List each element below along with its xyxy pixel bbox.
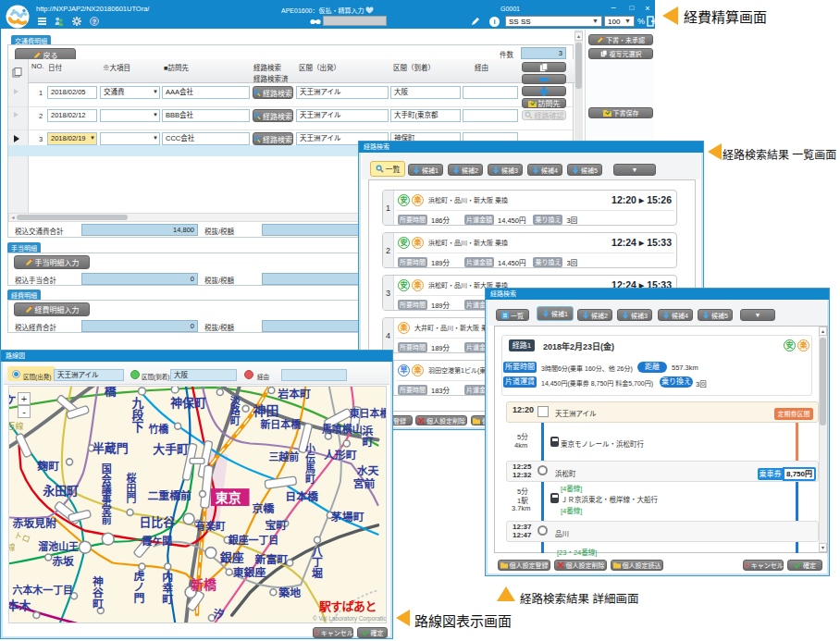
svg-text:霞ケ関: 霞ケ関 — [142, 536, 172, 547]
svg-text:新日本橋: 新日本橋 — [260, 418, 301, 430]
svg-text:二重橋前: 二重橋前 — [147, 489, 191, 502]
svg-text:© Val Laboratory Corporation: © Val Laboratory Corporation — [313, 615, 387, 623]
svg-text:岩本町: 岩本町 — [277, 388, 311, 401]
svg-text:浜町: 浜町 — [363, 425, 374, 449]
svg-text:宮前: 宮前 — [353, 477, 376, 490]
svg-text:麹町: 麹町 — [36, 460, 59, 473]
svg-text:馬喰横山: 馬喰横山 — [322, 423, 363, 435]
svg-text:銀座一丁目: 銀座一丁目 — [229, 534, 279, 546]
svg-text:橋: 橋 — [105, 386, 117, 398]
svg-text:築地: 築地 — [278, 586, 301, 599]
svg-text:国会議事堂前: 国会議事堂前 — [102, 463, 112, 525]
svg-text:茅場町: 茅場町 — [330, 511, 364, 524]
svg-text:百線: 百線 — [8, 421, 24, 431]
svg-text:有楽町: 有楽町 — [195, 520, 226, 532]
svg-text:大手町: 大手町 — [153, 442, 189, 456]
svg-text:竹橋: 竹橋 — [147, 423, 168, 435]
svg-text:新橋: 新橋 — [191, 577, 216, 592]
svg-text:宝町: 宝町 — [265, 519, 287, 532]
svg-text:汐: 汐 — [214, 608, 225, 621]
svg-text:銀座: 銀座 — [220, 550, 244, 564]
svg-text:東京: 東京 — [216, 490, 241, 505]
svg-text:日比谷: 日比谷 — [139, 515, 175, 529]
svg-text:内幸町: 内幸町 — [162, 571, 173, 606]
svg-text:線: 線 — [8, 542, 16, 552]
svg-text:八丁堀: 八丁堀 — [311, 546, 324, 581]
svg-text:神保町: 神保町 — [170, 396, 206, 410]
svg-text:淡路町: 淡路町 — [230, 395, 241, 426]
svg-text:京橋: 京橋 — [253, 502, 276, 515]
svg-text:溜池山王: 溜池山王 — [38, 540, 79, 552]
svg-text:人形町: 人形町 — [324, 449, 357, 462]
svg-text:永田町: 永田町 — [42, 484, 79, 498]
svg-text:東銀座: 東銀座 — [232, 566, 266, 579]
svg-text:桜田門: 桜田門 — [127, 472, 137, 504]
svg-text:神田: 神田 — [253, 403, 279, 418]
svg-text:九段下: 九段下 — [131, 396, 144, 434]
svg-text:六本木一丁目: 六本木一丁目 — [13, 584, 73, 596]
svg-text:駅すぱあと: 駅すぱあと — [318, 599, 377, 613]
svg-text:赤坂見附: 赤坂見附 — [13, 517, 57, 530]
svg-text:半蔵門: 半蔵門 — [93, 441, 129, 455]
svg-text:神谷町: 神谷町 — [93, 575, 104, 610]
svg-text:水天: 水天 — [356, 464, 379, 477]
svg-text:虎ノ門: 虎ノ門 — [134, 570, 145, 605]
svg-text:赤坂: 赤坂 — [52, 555, 74, 568]
svg-text:三越前: 三越前 — [268, 450, 299, 462]
svg-text:新富町: 新富町 — [255, 553, 289, 566]
svg-text:小伝馬町: 小伝馬町 — [304, 442, 315, 485]
svg-text:東日本橋: 東日本橋 — [350, 407, 387, 419]
svg-text:六本木: 六本木 — [8, 598, 31, 612]
svg-text:日本橋: 日本橋 — [285, 490, 319, 503]
